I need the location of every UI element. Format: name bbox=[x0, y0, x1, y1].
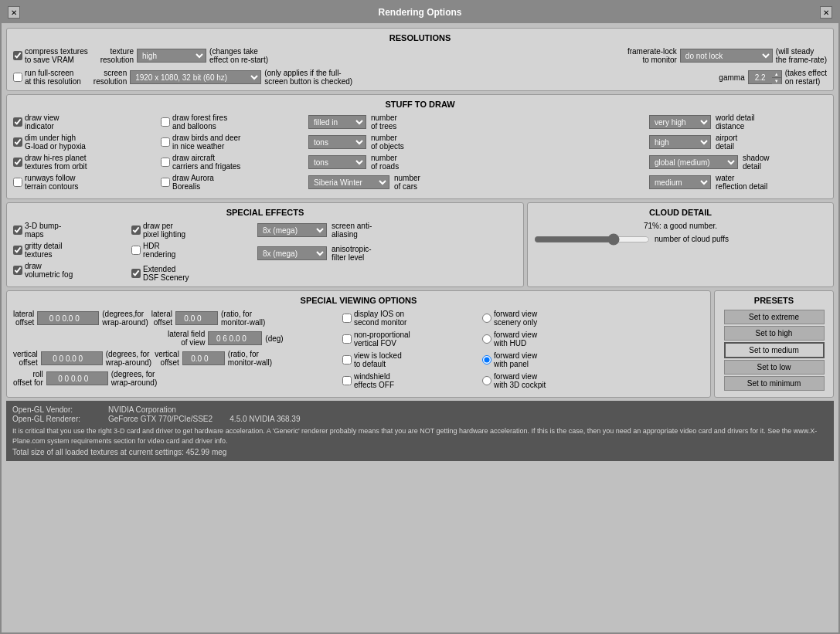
cloud-detail-section: CLOUD DETAIL 71%: a good number. number … bbox=[527, 202, 834, 287]
preset-medium-button[interactable]: Set to medium bbox=[724, 342, 825, 358]
preset-high-button[interactable]: Set to high bbox=[724, 326, 825, 341]
preset-low-button[interactable]: Set to low bbox=[724, 360, 825, 375]
texture-size: Total size of all loaded textures at cur… bbox=[12, 448, 828, 456]
stuff-left-checks: draw viewindicator dim under highG-load … bbox=[13, 114, 156, 191]
compress-textures-item: compress texturesto save VRAM bbox=[13, 47, 88, 64]
draw-aircraft-carriers[interactable]: draw aircraftcarriers and frigates bbox=[161, 154, 304, 171]
water-detail-row: mediumhighlow waterreflection detail bbox=[649, 174, 827, 191]
viewing-content: lateraloffset (degrees,forwrap-around) l… bbox=[13, 310, 704, 389]
roads-dropdown[interactable]: tonsfilled innone bbox=[308, 155, 366, 169]
screen-resolution-dropdown[interactable]: 1920 x 1080, 32 bit (60 hz) bbox=[130, 70, 261, 84]
draw-view-indicator[interactable]: draw viewindicator bbox=[13, 114, 156, 131]
anisotropic-row: 8x (mega)4x2xnone anisotropic-filter lev… bbox=[257, 245, 412, 262]
roll-row: rolloffset for (degrees, forwrap-around) bbox=[13, 370, 338, 387]
vertical-offset-input-2[interactable] bbox=[183, 354, 216, 364]
gl-vendor-value: NVIDIA Corporation bbox=[108, 405, 828, 414]
only-applies-label: (only applies if the full-screen button … bbox=[264, 69, 352, 86]
resolutions-section: RESOLUTIONS compress texturesto save VRA… bbox=[6, 28, 834, 91]
airport-detail-label: airportdetail bbox=[716, 134, 737, 151]
run-fullscreen-checkbox[interactable] bbox=[13, 73, 22, 82]
compress-textures-checkbox[interactable] bbox=[13, 51, 22, 60]
cloud-puffs-slider[interactable] bbox=[534, 236, 650, 242]
gamma-label: gamma bbox=[719, 73, 744, 82]
airport-detail-row: highmediumlow airportdetail bbox=[649, 134, 827, 151]
stuff-to-draw-section: STUFF TO DRAW draw viewindicator dim und… bbox=[6, 94, 834, 199]
objects-label: numberof objects bbox=[371, 134, 404, 151]
lateral-offset-label-2: lateraloffset bbox=[151, 310, 172, 327]
resolutions-title: RESOLUTIONS bbox=[13, 33, 827, 42]
close-button-right[interactable]: ✕ bbox=[820, 6, 832, 19]
stuff-right-dropdowns: very highhighmediumlow world detaildista… bbox=[649, 114, 827, 194]
presets-title: PRESETS bbox=[721, 296, 827, 305]
gamma-down-arrow[interactable]: ▼ bbox=[772, 77, 781, 84]
gamma-up-arrow[interactable]: ▲ bbox=[772, 70, 781, 77]
lateral-field-input[interactable] bbox=[209, 334, 253, 344]
objects-row: tonsfilled innone numberof objects bbox=[308, 134, 471, 151]
run-fullscreen-label[interactable]: run full-screenat this resolution bbox=[13, 69, 81, 86]
forward-3d-cockpit-radio[interactable]: forward viewwith 3D cockpit bbox=[482, 372, 704, 389]
ratio-label-2: (ratio, formonitor-wall) bbox=[228, 350, 272, 367]
draw-aurora[interactable]: draw AuroraBorealis bbox=[161, 174, 304, 191]
roll-offset-input[interactable] bbox=[47, 374, 100, 384]
lateral-offset-input-1[interactable] bbox=[38, 314, 90, 324]
cars-dropdown[interactable]: Siberia Winternone bbox=[308, 175, 389, 189]
preset-minimum-button[interactable]: Set to minimum bbox=[724, 376, 825, 391]
lateral-row-1: lateraloffset (degrees,forwrap-around) l… bbox=[13, 310, 338, 327]
draw-birds-deer[interactable]: draw birds and deerin nice weather bbox=[161, 134, 304, 151]
volumetric-fog-check[interactable]: drawvolumetric fog bbox=[13, 262, 125, 279]
degrees-wrap-1: (degrees,forwrap-around) bbox=[102, 310, 148, 327]
degrees-wrap-2: (degrees, forwrap-around) bbox=[106, 350, 151, 367]
dim-under-high[interactable]: dim under highG-load or hypoxia bbox=[13, 134, 156, 151]
roads-row: tonsfilled innone numberof roads bbox=[308, 154, 471, 171]
water-detail-dropdown[interactable]: mediumhighlow bbox=[649, 175, 711, 189]
per-pixel-lighting-check[interactable]: draw perpixel lighting bbox=[131, 222, 251, 239]
vertical-offset-label-1: verticaloffset bbox=[13, 350, 38, 367]
hdr-rendering-check[interactable]: HDRrendering bbox=[131, 242, 251, 259]
viewing-section: SPECIAL VIEWING OPTIONS lateraloffset (d… bbox=[6, 290, 711, 398]
viewing-presets-row: SPECIAL VIEWING OPTIONS lateraloffset (d… bbox=[6, 290, 834, 398]
lateral-offset-input-2[interactable] bbox=[176, 314, 209, 324]
runways-follow[interactable]: runways followterrain contours bbox=[13, 174, 156, 191]
texture-resolution-dropdown[interactable]: high low medium bbox=[137, 49, 206, 63]
content-area: RESOLUTIONS compress texturesto save VRA… bbox=[2, 23, 838, 632]
effects-left: 3-D bump-maps gritty detailtextures draw… bbox=[13, 222, 125, 282]
gamma-input[interactable] bbox=[749, 73, 772, 83]
framerate-lock-dropdown[interactable]: do not lock lock bbox=[680, 49, 773, 63]
airport-detail-dropdown[interactable]: highmediumlow bbox=[649, 135, 711, 149]
cars-label: numberof cars bbox=[394, 174, 420, 191]
cloud-slider-label: 71%: a good number. bbox=[534, 222, 827, 230]
trees-dropdown[interactable]: filled intonsnone bbox=[308, 115, 366, 129]
changes-take-label: (changes takeeffect on re-start) bbox=[209, 47, 268, 64]
vertical-offset-label-2: verticaloffset bbox=[155, 350, 179, 367]
draw-hires-planet[interactable]: draw hi-res planettextures from orbit bbox=[13, 154, 156, 171]
preset-extreme-button[interactable]: Set to extreme bbox=[724, 310, 825, 324]
view-locked-check[interactable]: view is lockedto default bbox=[342, 351, 478, 368]
bump-maps-check[interactable]: 3-D bump-maps bbox=[13, 222, 125, 239]
anti-aliasing-dropdown[interactable]: 8x (mega)4x2xnone bbox=[257, 223, 327, 237]
shadow-detail-label: shadowdetail bbox=[743, 154, 769, 171]
gritty-detail-check[interactable]: gritty detailtextures bbox=[13, 242, 125, 259]
forward-hud-radio[interactable]: forward viewwith HUD bbox=[482, 331, 704, 348]
vertical-offset-input-1[interactable] bbox=[42, 354, 94, 364]
forward-scenery-radio[interactable]: forward viewscenery only bbox=[482, 310, 704, 327]
forward-panel-radio[interactable]: forward viewwith panel bbox=[482, 351, 704, 368]
viewing-title: SPECIAL VIEWING OPTIONS bbox=[13, 296, 704, 305]
compress-textures-label[interactable]: compress texturesto save VRAM bbox=[13, 47, 88, 64]
extended-dsf-check[interactable]: ExtendedDSF Scenery bbox=[131, 265, 251, 282]
display-ios-check[interactable]: display IOS onsecond monitor bbox=[342, 310, 478, 327]
shadow-detail-dropdown[interactable]: global (medium)highlow bbox=[649, 155, 738, 169]
world-detail-row: very highhighmediumlow world detaildista… bbox=[649, 114, 827, 131]
cloud-puffs-label: number of cloud puffs bbox=[655, 235, 729, 243]
presets-section: PRESETS Set to extreme Set to high Set t… bbox=[714, 290, 834, 398]
cars-row: Siberia Winternone numberof cars bbox=[308, 174, 471, 191]
close-button-left[interactable]: ✕ bbox=[8, 6, 20, 19]
windshield-effects-check[interactable]: windshieldeffects OFF bbox=[342, 372, 478, 389]
non-proportional-check[interactable]: non-proportionalvertical FOV bbox=[342, 331, 478, 348]
objects-dropdown[interactable]: tonsfilled innone bbox=[308, 135, 366, 149]
lateral-field-label: lateral fieldof view bbox=[168, 330, 205, 347]
trees-label: numberof trees bbox=[371, 114, 397, 131]
anisotropic-dropdown[interactable]: 8x (mega)4x2xnone bbox=[257, 246, 327, 260]
world-detail-dropdown[interactable]: very highhighmediumlow bbox=[649, 115, 711, 129]
draw-forest-fires[interactable]: draw forest firesand balloons bbox=[161, 114, 304, 131]
vertical-row: verticaloffset (degrees, forwrap-around)… bbox=[13, 350, 338, 367]
